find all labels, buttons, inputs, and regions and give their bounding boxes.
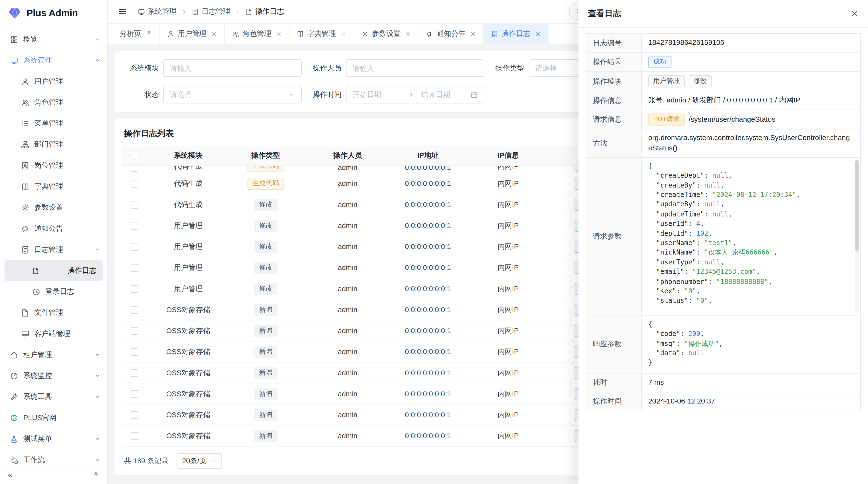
sidebar-item-test[interactable]: 测试菜单: [0, 428, 107, 449]
filter-operator-input[interactable]: [346, 59, 485, 77]
sidebar-item-label: 操作日志: [67, 266, 96, 276]
globe-icon: [10, 414, 18, 422]
field-label: 方法: [586, 129, 642, 157]
hamburger-menu-icon[interactable]: [118, 7, 127, 16]
detail-row: 响应参数{ "code": 200, "msg": "操作成功", "data"…: [586, 316, 860, 374]
sidebar-item-tenant[interactable]: 租户管理: [0, 344, 107, 365]
sidebar-item-dict[interactable]: 字典管理: [0, 176, 107, 197]
breadcrumb-item[interactable]: 日志管理: [191, 7, 230, 17]
field-label: 日志编号: [586, 34, 642, 52]
close-icon[interactable]: [470, 31, 476, 37]
sidebar-item-loginlog[interactable]: 登录日志: [0, 281, 107, 302]
filter-module-input[interactable]: [163, 59, 302, 77]
row-checkbox[interactable]: [131, 327, 138, 334]
filter-time-range[interactable]: 开始日期结束日期: [346, 86, 485, 103]
tab-analysis[interactable]: 分析页: [112, 24, 160, 44]
cell-operator: admin: [302, 243, 393, 251]
close-icon[interactable]: [405, 31, 411, 37]
pin-sidebar-icon[interactable]: [92, 471, 100, 478]
tab-operlog[interactable]: 操作日志: [484, 24, 549, 44]
doc-icon: [245, 8, 252, 15]
cell-module: 用户管理: [147, 241, 229, 251]
close-icon[interactable]: [535, 31, 541, 37]
row-checkbox[interactable]: [131, 200, 138, 208]
cell-ip-info: 内网IP: [463, 221, 554, 230]
cell-ip: 0:0:0:0:0:0:0:1: [393, 389, 463, 398]
cell-ip: 0:0:0:0:0:0:0:1: [393, 368, 463, 377]
page-size-select[interactable]: 20条/页: [177, 453, 222, 469]
row-checkbox[interactable]: [131, 222, 138, 229]
tab-notice[interactable]: 通知公告: [419, 24, 484, 44]
sidebar-item-role[interactable]: 角色管理: [0, 92, 107, 113]
tab-user[interactable]: 用户管理: [160, 24, 225, 44]
page-size-value: 20条/页: [182, 456, 207, 466]
megaphone-icon: [21, 224, 29, 233]
sidebar-item-label: 用户管理: [34, 76, 63, 86]
row-checkbox[interactable]: [131, 305, 138, 313]
filter-status-select[interactable]: 请选择: [163, 86, 302, 103]
cell-ip-info: 内网IP: [463, 410, 554, 420]
close-icon[interactable]: [211, 31, 217, 37]
sidebar-item-workflow[interactable]: 工作流: [0, 449, 107, 464]
column-header: 操作类型: [229, 151, 302, 160]
sidebar-item-notice[interactable]: 通知公告: [0, 218, 107, 239]
breadcrumb-item[interactable]: 系统管理: [138, 7, 177, 17]
row-checkbox[interactable]: [131, 390, 138, 397]
cell-ip-info: 内网IP: [463, 241, 554, 251]
gear-icon: [362, 30, 369, 37]
sidebar-item-website[interactable]: PLUS官网: [0, 407, 107, 428]
chevup-icon: [94, 57, 101, 64]
row-checkbox[interactable]: [131, 285, 138, 292]
tab-role[interactable]: 角色管理: [225, 24, 289, 44]
detail-row: 请求信息PUT请求/system/user/changeStatus: [586, 110, 860, 129]
sidebar-item-config[interactable]: 参数设置: [0, 197, 107, 218]
home-icon: [10, 351, 18, 359]
sidebar-item-menu[interactable]: 菜单管理: [0, 113, 107, 134]
close-icon[interactable]: [340, 31, 346, 37]
sidebar-item-label: PLUS官网: [23, 413, 56, 423]
row-checkbox[interactable]: [131, 348, 138, 356]
collapse-sidebar-button[interactable]: «: [8, 470, 12, 478]
tree-icon: [21, 140, 29, 149]
row-checkbox[interactable]: [131, 432, 138, 440]
detail-row: 操作结果成功: [586, 53, 860, 72]
row-checkbox[interactable]: [131, 180, 138, 187]
pin-icon[interactable]: [146, 30, 152, 37]
tab-config[interactable]: 参数设置: [354, 24, 419, 44]
sidebar-item-post[interactable]: 岗位管理: [0, 155, 107, 176]
sidebar-item-file[interactable]: 文件管理: [0, 302, 107, 323]
log-details: 日志编号1842781986426159106操作结果成功操作模块用户管理修改操…: [586, 33, 861, 411]
row-checkbox[interactable]: [131, 264, 138, 271]
row-checkbox[interactable]: [131, 369, 138, 377]
cell-module: OSS对象存储: [147, 347, 229, 356]
sidebar-footer: «: [0, 464, 107, 484]
record-count: 共 189 条记录: [124, 456, 169, 466]
app-title: Plus Admin: [27, 8, 78, 19]
sidebar-item-dept[interactable]: 部门管理: [0, 134, 107, 155]
cell-module: OSS对象存储: [147, 431, 229, 441]
sidebar-item-logmgr[interactable]: 日志管理: [0, 239, 107, 260]
tab-dict[interactable]: 字典管理: [289, 24, 354, 44]
sidebar-item-overview[interactable]: 概览: [0, 29, 107, 50]
sidebar-item-user[interactable]: 用户管理: [0, 71, 107, 92]
operation-type-tag: 新增: [254, 303, 277, 316]
select-all-checkbox[interactable]: [131, 152, 138, 159]
field-label: 操作结果: [586, 53, 642, 71]
scrollbar-thumb[interactable]: [855, 160, 859, 251]
row-checkbox[interactable]: [131, 411, 138, 419]
sidebar-item-tool[interactable]: 系统工具: [0, 386, 107, 407]
cell-operator: admin: [302, 200, 393, 208]
sidebar-item-client[interactable]: 客户端管理: [0, 323, 107, 344]
detail-row: 操作模块用户管理修改: [586, 72, 860, 91]
sidebar-item-system[interactable]: 系统管理: [0, 50, 107, 71]
close-icon[interactable]: [276, 31, 282, 37]
row-checkbox[interactable]: [131, 166, 138, 172]
tab-label: 参数设置: [372, 29, 401, 39]
sidebar-item-operlog[interactable]: 操作日志: [4, 260, 103, 281]
sidebar-item-monitor[interactable]: 系统监控: [0, 365, 107, 386]
row-checkbox[interactable]: [131, 243, 138, 251]
detail-row: 操作时间2024-10-06 12:20:37: [586, 392, 860, 411]
breadcrumb-item[interactable]: 操作日志: [245, 7, 284, 17]
grid-icon: [10, 35, 18, 43]
close-drawer-button[interactable]: [850, 9, 859, 18]
